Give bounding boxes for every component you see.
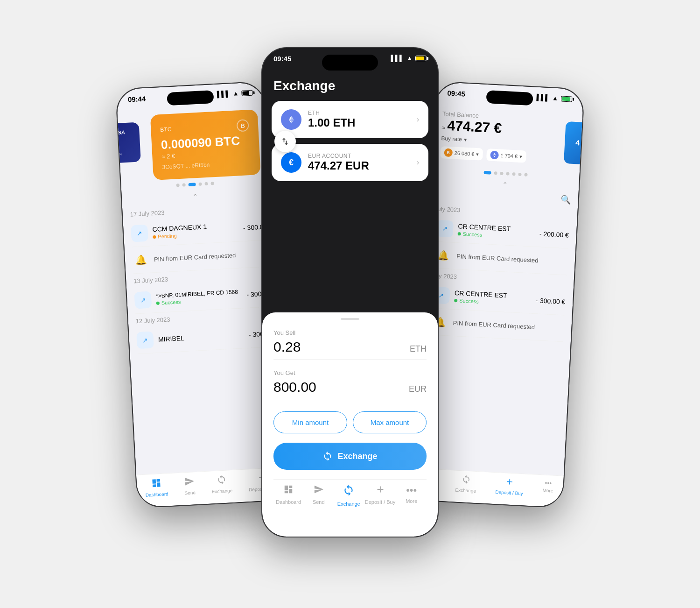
center-nav-label-dashboard: Dashboard: [276, 499, 301, 505]
sell-input-row[interactable]: 0.28 ETH: [273, 339, 427, 360]
right-nav-label-deposit: Deposit / Buy: [495, 489, 523, 496]
right-dot-active: [483, 171, 491, 175]
right-tx-amount-2: - 300.00 €: [536, 297, 566, 305]
dot-6: [210, 182, 214, 185]
eth-icon: [281, 109, 301, 130]
total-balance-value: 474.27 €: [447, 118, 502, 136]
left-nav-label-dashboard: Dashboard: [145, 491, 168, 498]
right-status-icons: ▌▌▌ ▲: [536, 94, 572, 103]
tx-amount-1: - 300.0: [243, 223, 264, 232]
buy-rate-chevron: ▾: [464, 136, 467, 143]
left-nav-exchange[interactable]: Exchange: [211, 474, 233, 494]
eth-rate-value: 1 704 €: [500, 153, 518, 159]
center-nav-label-more: More: [406, 498, 417, 504]
swap-btn-wrapper[interactable]: [274, 131, 296, 152]
sell-currency: ETH: [410, 344, 427, 354]
center-nav-label-exchange: Exchange: [337, 501, 360, 507]
dot-1: [176, 184, 179, 187]
deposit-icon-right: [505, 477, 515, 489]
btc-card[interactable]: BTC B 0.000090 BTC ≈ 2 € 3CoSQT ... eRt5…: [150, 109, 261, 180]
dashboard-icon-center: [283, 484, 294, 497]
right-tx-dot-2: [454, 298, 457, 302]
swap-button[interactable]: [274, 131, 296, 152]
buy-rate-label: Buy rate: [441, 135, 462, 142]
eth-rate-badge: 1 704 € ▾: [486, 148, 526, 163]
btc-rate-value: 26 080 €: [454, 150, 474, 157]
exchange-button[interactable]: Exchange: [273, 443, 427, 470]
eth-rate-icon: [490, 151, 499, 160]
tx-info-1: CCM DAGNEUX 1 Pending: [152, 221, 239, 240]
battery-icon: [241, 90, 253, 96]
left-status-icons: ▌▌▌ ▲: [217, 89, 253, 98]
eth-value: 1.00 ETH: [308, 116, 355, 129]
dashboard-icon-left: [151, 478, 161, 491]
home-indicator: [322, 530, 378, 533]
search-icon-right[interactable]: 🔍: [560, 194, 571, 205]
btc-badge: B: [237, 119, 249, 132]
right-dot-6: [518, 173, 521, 176]
exchange-title: Exchange: [273, 78, 427, 93]
tx-info-3: MIRIBEL: [158, 331, 244, 343]
center-nav-label-send: Send: [313, 499, 325, 505]
visa-text: SA: [118, 129, 133, 135]
btc-label: BTC: [160, 126, 172, 133]
center-nav-dashboard[interactable]: Dashboard: [274, 484, 302, 507]
right-screen: 4 09:45 ▌▌▌ ▲ Total Balance ≈ 474.27 €: [415, 82, 584, 507]
left-nav-send[interactable]: Send: [184, 476, 196, 495]
right-blue-card: 4: [564, 121, 584, 165]
left-screen: 09:44 ▌▌▌ ▲ SA N BTC B: [116, 82, 285, 507]
eth-label: ETH: [308, 110, 355, 116]
visa-label-bottom: N: [119, 151, 134, 156]
exchange-btn-icon: [322, 451, 333, 461]
tx-icon-1: ↗: [131, 225, 148, 242]
visa-card-left: SA N: [116, 122, 141, 163]
center-nav-send[interactable]: Send: [305, 484, 333, 507]
get-value: 800.00: [273, 379, 316, 395]
right-tx-info-1: CR CENTRE EST Success: [457, 222, 535, 240]
left-dynamic-island: [167, 90, 214, 106]
bottom-sheet: You Sell 0.28 ETH You Get 800.00 EUR Min…: [262, 312, 438, 537]
min-amount-btn[interactable]: Min amount: [273, 411, 347, 433]
wifi-icon: ▲: [232, 90, 239, 97]
btc-address: 3CoSQT ... eRt5bn: [162, 159, 251, 170]
wifi-icon-right: ▲: [552, 94, 559, 102]
left-nav-dashboard[interactable]: Dashboard: [145, 477, 168, 498]
eth-chevron: ›: [417, 115, 419, 124]
center-status-icons: ▌▌▌ ▲: [391, 55, 427, 62]
left-phone: 09:44 ▌▌▌ ▲ SA N BTC B: [115, 81, 287, 509]
dot-3-active: [188, 183, 196, 186]
eth-card-info: ETH 1.00 ETH: [308, 110, 355, 129]
btc-rate-badge: B 26 080 € ▾: [440, 146, 483, 161]
btc-chevron-down: ▾: [476, 151, 479, 157]
eth-card-left: ETH 1.00 ETH: [281, 109, 355, 130]
center-nav-deposit[interactable]: Deposit / Buy: [365, 484, 395, 507]
right-dot-4: [506, 172, 509, 175]
left-time: 09:44: [127, 95, 146, 104]
sell-value: 0.28: [273, 339, 301, 355]
eur-label: EUR ACCOUNT: [308, 153, 369, 159]
right-tx-status-text-1: Success: [462, 231, 482, 238]
signal-icon-center: ▌▌▌: [391, 55, 404, 62]
more-icon-center: •••: [406, 484, 417, 496]
exchange-btn-label: Exchange: [337, 452, 377, 461]
right-dot-3: [500, 172, 503, 175]
dot-5: [204, 182, 208, 185]
eur-chevron: ›: [417, 158, 419, 167]
exchange-icon-center: [343, 484, 355, 499]
right-dot-2: [494, 171, 497, 175]
tx-status-dot-1: [153, 235, 156, 238]
center-nav-label-deposit: Deposit / Buy: [365, 499, 395, 505]
center-dynamic-island: [322, 55, 378, 71]
max-amount-btn[interactable]: Max amount: [353, 411, 427, 433]
right-nav-more[interactable]: ••• More: [542, 479, 554, 497]
get-label: You Get: [273, 369, 427, 376]
bell-text-1: PIN from EUR Card requested: [154, 251, 236, 262]
center-nav-exchange[interactable]: Exchange: [335, 484, 363, 507]
get-input-row[interactable]: 800.00 EUR: [273, 379, 427, 400]
eur-card-left: € EUR ACCOUNT 474.27 EUR: [281, 152, 369, 173]
right-nav-deposit[interactable]: Deposit / Buy: [495, 476, 524, 496]
right-nav-label-exchange: Exchange: [455, 488, 476, 494]
right-tx-info-2: CR CENTRE EST Success: [454, 289, 532, 307]
center-nav-more[interactable]: ••• More: [398, 484, 426, 507]
right-nav-exchange[interactable]: Exchange: [455, 474, 476, 494]
